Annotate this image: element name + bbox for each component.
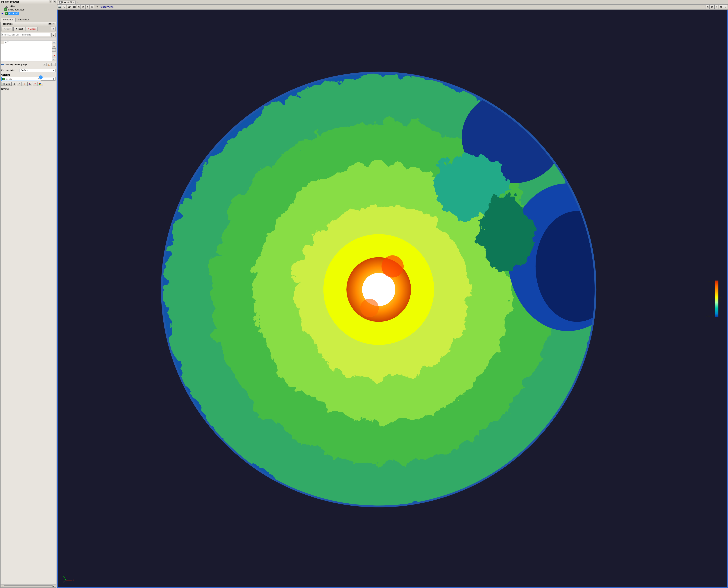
- rt-layout-btn-1[interactable]: ⊞: [706, 5, 710, 9]
- edit-colormap-button[interactable]: Edit: [1, 82, 11, 86]
- coloring-component-select[interactable]: ▼: [41, 77, 56, 81]
- legend-label-max: 7.0e+00: [706, 280, 714, 283]
- rescale-data-button[interactable]: ↺: [22, 82, 27, 86]
- tab-properties[interactable]: Properties: [1, 18, 16, 22]
- favorite-button[interactable]: ♥: [33, 82, 38, 86]
- layout-add-button[interactable]: +: [75, 0, 80, 4]
- delete-icon: ✖: [27, 28, 29, 30]
- tree-item-builtin: ▣ builtin:: [1, 5, 55, 8]
- z-axis-label: Z: [63, 581, 64, 583]
- legend-labels-container: 7.0e+00 6.9 6.8 6.7 6.6e+00: [706, 280, 714, 317]
- props-float-button[interactable]: ⊡: [48, 23, 51, 25]
- pipeline-float-button[interactable]: ⊡: [49, 1, 52, 3]
- hot-spot-2: [360, 299, 379, 317]
- rescale-button[interactable]: ⟲: [12, 82, 16, 86]
- contour-value-area: 1 0.01: [1, 41, 52, 61]
- layout-tab-close[interactable]: ×: [73, 1, 74, 3]
- representation-label: Representation: [1, 69, 18, 71]
- props-scroll-indicator: - - - - - - - - - - -: [1, 38, 56, 41]
- scroll-left-button[interactable]: ◄: [1, 585, 4, 587]
- right-panel: Layout #1 × + 📷 🖱 3D ⬛ ⊡ ⊞ ⊟ □ >> Render…: [57, 0, 728, 588]
- tab-information[interactable]: Information: [16, 18, 32, 22]
- rt-btn-cube[interactable]: ⬛: [72, 5, 76, 9]
- scroll-track[interactable]: [4, 585, 52, 587]
- coloring-field-label: p_rgh: [6, 78, 12, 80]
- help-button[interactable]: ?: [51, 27, 56, 31]
- contour-minus-button[interactable]: −: [52, 45, 56, 48]
- rt-btn-select[interactable]: □: [90, 5, 94, 9]
- pipeline-titlebar-controls: ⊡ ×: [49, 1, 56, 3]
- contour-value-section: 1 0.01 + − ⊢⊣ ✖ x.: [1, 41, 56, 61]
- tree-collapse-arrow[interactable]: ○: [1, 9, 3, 11]
- monitor-icon: ▣: [5, 5, 8, 7]
- tree-item-mixing-tank[interactable]: ○ ■ mixing_tank.foam: [1, 8, 55, 12]
- display-icon: [1, 64, 4, 65]
- contour-visualization: [98, 45, 687, 553]
- layout-tab-1[interactable]: Layout #1 ×: [58, 1, 75, 4]
- legend-title: p_rgh: [719, 280, 722, 317]
- props-scroll-area[interactable]: - - - - - - - - - - - 1 0.01 + − ⊢⊣: [1, 38, 56, 585]
- properties-title: Properties: [2, 23, 13, 25]
- props-close-button[interactable]: ×: [52, 23, 55, 25]
- contour-x-button[interactable]: x.: [52, 58, 56, 61]
- coloring-field-row: p_rgh ▼ 1 ▼: [1, 77, 56, 81]
- viz-container: 7.0e+00 6.9 6.8 6.7 6.6e+00: [58, 10, 727, 587]
- render-toolbar: 📷 🖱 3D ⬛ ⊡ ⊞ ⊟ □ >> RenderView1 ⊞ ⊟ □ ⊡ …: [57, 5, 728, 9]
- rt-btn-camera[interactable]: 📷: [58, 5, 62, 9]
- svg-rect-12: [39, 84, 40, 85]
- contour-range-button[interactable]: ⊢⊣: [52, 48, 56, 52]
- legend-colorbar-svg: [715, 280, 719, 317]
- contour-value-display[interactable]: 0.01: [4, 41, 52, 44]
- rt-btn-3d[interactable]: 3D: [67, 5, 72, 9]
- left-panel: Pipeline Browser ⊡ × ▣ builtin: ○ ■ mixi…: [0, 0, 57, 588]
- render-view[interactable]: 7.0e+00 6.9 6.8 6.7 6.6e+00: [57, 10, 728, 588]
- pipeline-close-button[interactable]: ×: [53, 1, 56, 3]
- rt-layout-btn-3[interactable]: □: [714, 5, 719, 9]
- delete-button[interactable]: ✖ Delete: [25, 27, 38, 31]
- visibility-icon[interactable]: 👁: [1, 12, 4, 15]
- layout-titlebar: Layout #1 × +: [57, 0, 728, 5]
- representation-select[interactable]: Surface: [19, 69, 56, 72]
- reset-button[interactable]: ↺ Reset: [14, 27, 25, 31]
- display-refresh-button[interactable]: ↺: [51, 63, 56, 66]
- tree-item-contour1[interactable]: 👁 ■ Contour1: [1, 12, 55, 15]
- rt-btn-fit[interactable]: ⊞: [81, 5, 85, 9]
- horizontal-scrollbar[interactable]: ◄ ►: [1, 585, 56, 587]
- scroll-right-button[interactable]: ►: [52, 585, 56, 587]
- display-copy-button[interactable]: 📋: [47, 63, 51, 66]
- contour-row-1: 1 0.01: [1, 41, 52, 44]
- tree-label-mixing-tank: mixing_tank.foam: [8, 8, 25, 11]
- rt-right-buttons: ⊞ ⊟ □ ⊡ ×: [706, 5, 727, 9]
- coloring-field-select[interactable]: p_rgh ▼: [1, 77, 40, 81]
- rt-layout-btn-2[interactable]: ⊟: [710, 5, 714, 9]
- apply-button[interactable]: ✔ Apply: [1, 27, 13, 31]
- search-input[interactable]: [1, 33, 51, 37]
- swirl-2: [476, 193, 531, 267]
- pipeline-browser-titlebar: Pipeline Browser ⊡ ×: [0, 0, 57, 4]
- y-axis-label: Y: [62, 573, 64, 576]
- styling-title: Styling: [1, 88, 56, 90]
- search-gear-icon[interactable]: ⚙: [51, 33, 56, 37]
- rt-close-button[interactable]: ×: [723, 5, 727, 9]
- svg-rect-13: [40, 84, 41, 85]
- renderview-label[interactable]: RenderView1: [100, 6, 113, 8]
- svg-text:⟲: ⟲: [13, 83, 14, 85]
- contour-delete-button[interactable]: ✖: [52, 54, 56, 57]
- toggle-legend-button[interactable]: [27, 82, 32, 86]
- rt-btn-reset[interactable]: ⊡: [76, 5, 81, 9]
- coloring-badge: 1: [39, 76, 43, 79]
- color-palette-button[interactable]: [38, 82, 43, 86]
- rescale-custom-button[interactable]: ⇄: [17, 82, 22, 86]
- tree-label-contour1: Contour1: [8, 12, 19, 15]
- contour-add-button[interactable]: +: [52, 41, 56, 44]
- hot-spot-1: [381, 255, 403, 277]
- display-copy-active-button[interactable]: ⧉: [43, 63, 47, 66]
- svg-rect-6: [29, 83, 29, 85]
- svg-rect-15: [715, 280, 719, 317]
- svg-rect-2: [4, 83, 5, 85]
- rt-layout-btn-4[interactable]: ⊡: [719, 5, 723, 9]
- rt-btn-orient[interactable]: ⊟: [86, 5, 89, 9]
- rt-btn-interaction[interactable]: 🖱: [62, 5, 66, 9]
- rescale-icon: ⟲: [13, 83, 15, 85]
- display-header-row: Display (GeometryRepr ⧉ 📋 ↺: [1, 62, 56, 67]
